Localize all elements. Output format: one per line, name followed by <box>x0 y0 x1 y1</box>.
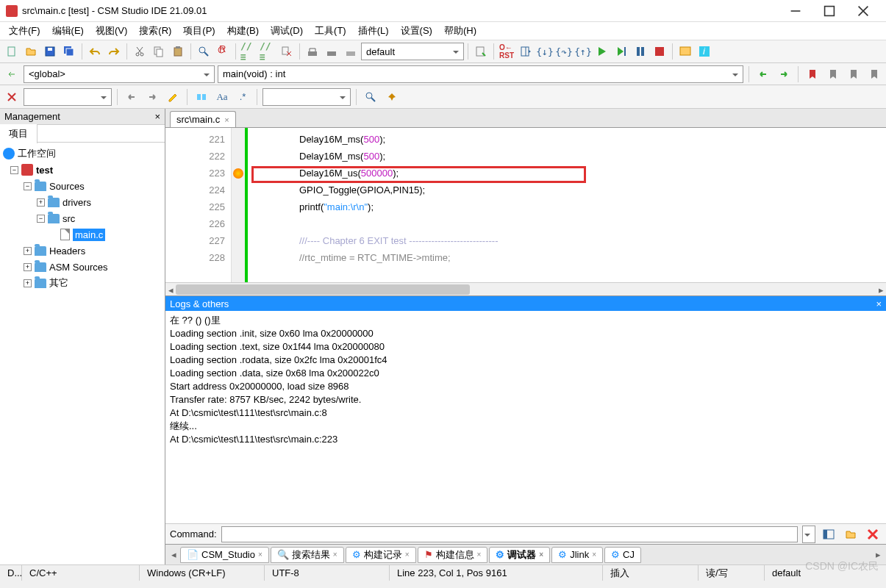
step-over-icon[interactable]: {↷} <box>555 43 573 60</box>
menu-build[interactable]: 构建(B) <box>223 23 263 39</box>
breakpoint-column[interactable] <box>232 128 245 282</box>
tree-workspace[interactable]: 工作空间 <box>1 146 163 162</box>
build-icon[interactable] <box>304 43 321 60</box>
replace-icon[interactable]: R <box>214 43 232 60</box>
download-icon[interactable] <box>472 43 490 60</box>
menu-search[interactable]: 搜索(R) <box>135 23 176 39</box>
btab-buildinfo[interactable]: ⚑构建信息× <box>418 547 488 563</box>
logs-close-icon[interactable]: × <box>876 298 882 309</box>
command-history-combo[interactable] <box>802 526 815 543</box>
editor-tab-mainc[interactable]: src\main.c × <box>170 111 236 127</box>
menu-plugins[interactable]: 插件(L) <box>354 23 393 39</box>
expand-icon[interactable]: + <box>24 279 32 287</box>
code-text[interactable]: Delay16M_ms(500);Delay16M_ms(500);Delay1… <box>248 128 886 282</box>
nav-fwd-icon[interactable] <box>775 65 793 83</box>
save-all-icon[interactable] <box>60 43 78 60</box>
menu-tools[interactable]: 工具(T) <box>310 23 351 39</box>
collapse-icon[interactable]: − <box>10 166 18 174</box>
management-close-icon[interactable]: × <box>154 111 160 122</box>
info-icon[interactable]: i <box>696 43 713 60</box>
maximize-button[interactable] <box>812 0 846 22</box>
collapse-icon[interactable]: − <box>24 182 32 190</box>
tree-mainc[interactable]: main.c <box>1 226 163 243</box>
expand-icon[interactable]: + <box>24 247 32 255</box>
tree-project[interactable]: −test <box>1 162 163 178</box>
scope-back-icon[interactable] <box>3 65 21 83</box>
save-icon[interactable] <box>41 43 59 60</box>
tab-close-icon[interactable]: × <box>258 551 262 559</box>
run-icon[interactable] <box>517 43 535 60</box>
scroll-thumb[interactable] <box>176 284 470 295</box>
tab-close-icon[interactable]: × <box>477 551 482 559</box>
menu-edit[interactable]: 编辑(E) <box>48 23 88 39</box>
tree-src[interactable]: −src <box>1 210 163 226</box>
cmd-panel-icon[interactable] <box>820 526 837 543</box>
status-eol[interactable]: Windows (CR+LF) <box>140 565 265 581</box>
tabs-scroll-right-icon[interactable]: ▸ <box>873 549 883 560</box>
btab-cj[interactable]: ⚙CJ <box>604 547 641 563</box>
continue-icon[interactable] <box>593 43 611 60</box>
tree-headers[interactable]: +Headers <box>1 243 163 259</box>
nav-back-icon[interactable] <box>754 65 772 83</box>
status-encoding[interactable]: UTF-8 <box>265 565 390 581</box>
code-editor[interactable]: 221222223224225226227228 Delay16M_ms(500… <box>165 128 886 282</box>
cmd-clear-icon[interactable] <box>864 526 882 543</box>
copy-icon[interactable] <box>150 43 168 60</box>
match-case-icon[interactable]: Aa <box>213 88 231 106</box>
btab-debugger[interactable]: ⚙调试器× <box>489 547 550 563</box>
tab-close-icon[interactable]: × <box>224 115 229 124</box>
tree-asm[interactable]: +ASM Sources <box>1 259 163 275</box>
cmd-folder-icon[interactable] <box>842 526 860 543</box>
bookmark-list-icon[interactable] <box>865 65 883 83</box>
new-file-icon[interactable] <box>3 43 21 60</box>
menu-settings[interactable]: 设置(S) <box>396 23 437 39</box>
find-history-combo[interactable] <box>24 88 112 106</box>
redo-icon[interactable] <box>105 43 123 60</box>
tree-drivers[interactable]: +drivers <box>1 194 163 210</box>
menu-file[interactable]: 文件(F) <box>4 23 45 39</box>
tab-close-icon[interactable]: × <box>333 551 337 559</box>
options-icon[interactable] <box>382 88 400 106</box>
find2-icon[interactable] <box>362 88 379 106</box>
reset-icon[interactable]: O←RST <box>498 43 515 60</box>
find-icon[interactable] <box>195 43 212 60</box>
stop-icon[interactable] <box>651 43 668 60</box>
debug-window-icon[interactable] <box>676 43 694 60</box>
expand-icon[interactable]: + <box>37 198 45 207</box>
btab-jlink[interactable]: ⚙Jlink× <box>551 547 603 563</box>
close-find-icon[interactable] <box>3 88 21 106</box>
bookmark-next-icon[interactable] <box>845 65 862 83</box>
btab-buildlog[interactable]: ⚙构建记录× <box>346 547 416 563</box>
rebuild-icon[interactable] <box>323 43 340 60</box>
bookmark-icon[interactable] <box>804 65 821 83</box>
menu-debug[interactable]: 调试(D) <box>266 23 307 39</box>
undo-icon[interactable] <box>86 43 104 60</box>
scroll-left-icon[interactable]: ◂ <box>165 283 176 296</box>
replace-combo[interactable] <box>262 88 351 106</box>
breakpoint-icon[interactable] <box>233 168 243 179</box>
cut-icon[interactable] <box>131 43 149 60</box>
step-out-icon[interactable]: {↑} <box>574 43 592 60</box>
comment-icon[interactable]: //≡ <box>240 43 257 60</box>
tab-close-icon[interactable]: × <box>539 551 543 559</box>
tab-close-icon[interactable]: × <box>592 551 596 559</box>
paste-icon[interactable] <box>169 43 187 60</box>
clean-icon[interactable] <box>342 43 360 60</box>
btab-studio[interactable]: 📄CSM_Studio× <box>180 547 269 563</box>
editor-hscrollbar[interactable]: ◂ ▸ <box>165 282 886 295</box>
status-lang[interactable]: C/C++ <box>22 565 140 581</box>
menu-view[interactable]: 视图(V) <box>91 23 132 39</box>
tab-close-icon[interactable]: × <box>405 551 410 559</box>
regex-icon[interactable]: .* <box>234 88 251 106</box>
scroll-right-icon[interactable]: ▸ <box>876 283 886 296</box>
run-to-cursor-icon[interactable] <box>612 43 630 60</box>
project-tree[interactable]: 工作空间 −test −Sources +drivers −src main.c… <box>0 143 165 564</box>
logs-output[interactable]: 在 ?? () ()里Loading section .init, size 0… <box>165 311 886 523</box>
tree-other[interactable]: +其它 <box>1 275 163 291</box>
scope-combo[interactable]: <global> <box>24 65 215 83</box>
btab-search[interactable]: 🔍搜索结果× <box>271 547 344 563</box>
open-file-icon[interactable] <box>22 43 40 60</box>
menu-project[interactable]: 项目(P) <box>179 23 219 39</box>
highlight-icon[interactable] <box>164 88 182 106</box>
bookmark-prev-icon[interactable] <box>824 65 842 83</box>
